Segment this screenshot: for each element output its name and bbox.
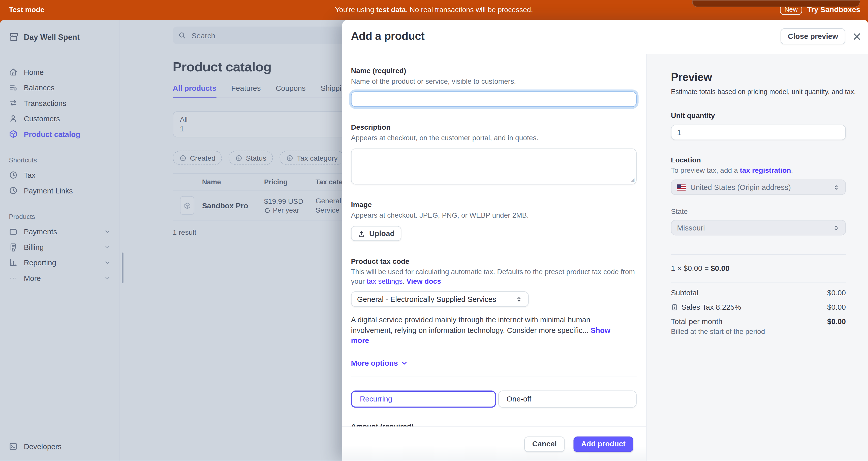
modal-footer: Cancel Add product xyxy=(342,427,646,461)
view-docs-link[interactable]: View docs xyxy=(406,277,441,285)
name-help: Name of the product or service, visible … xyxy=(351,77,637,86)
cancel-button[interactable]: Cancel xyxy=(525,436,564,452)
select-updown-icon xyxy=(833,224,840,231)
tax-registration-link[interactable]: tax registration xyxy=(740,166,791,174)
tax-code-value: General - Electronically Supplied Servic… xyxy=(357,295,496,304)
unit-quantity-label: Unit quantity xyxy=(671,111,846,119)
close-icon[interactable] xyxy=(853,33,861,40)
description-textarea[interactable]: ◢ xyxy=(351,148,637,184)
line-item-calculation: 1 × $0.00 = $0.00 xyxy=(671,264,846,272)
image-help: Appears at checkout. JPEG, PNG, or WEBP … xyxy=(351,210,637,220)
image-label: Image xyxy=(351,201,637,209)
location-label: Location xyxy=(671,155,846,164)
tax-code-description: A digital service provided mainly throug… xyxy=(351,315,611,346)
form-divider xyxy=(351,376,637,377)
preview-panel: Preview Estimate totals based on pricing… xyxy=(646,54,868,461)
description-help: Appears at checkout, on the customer por… xyxy=(351,133,637,142)
name-label: Name (required) xyxy=(351,66,637,75)
tax-settings-link[interactable]: tax settings xyxy=(367,277,403,285)
product-form: Name (required) Name of the product or s… xyxy=(342,54,646,427)
select-updown-icon xyxy=(516,295,523,303)
modal-title: Add a product xyxy=(351,30,425,43)
sales-tax-row: Sales Tax 8.225% $0.00 xyxy=(671,303,846,311)
upload-button[interactable]: Upload xyxy=(351,226,401,241)
upload-icon xyxy=(358,230,366,237)
billed-note: Billed at the start of the period xyxy=(671,327,846,336)
sandbox-popover-edge xyxy=(692,0,861,7)
state-label: State xyxy=(671,207,846,215)
preview-divider xyxy=(671,282,846,283)
state-select[interactable]: Missouri xyxy=(671,220,846,235)
more-options-link[interactable]: More options xyxy=(351,358,637,367)
select-updown-icon xyxy=(833,183,840,191)
tax-code-select[interactable]: General - Electronically Supplied Servic… xyxy=(351,291,529,307)
recurring-toggle[interactable]: Recurring xyxy=(351,390,496,407)
preview-subtitle: Estimate totals based on pricing model, … xyxy=(671,88,846,96)
one-off-toggle[interactable]: One-off xyxy=(498,390,637,407)
preview-divider xyxy=(671,254,846,255)
tax-code-help: This will be used for calculating automa… xyxy=(351,267,637,286)
location-help: To preview tax, add a tax registration. xyxy=(671,166,846,174)
close-preview-button[interactable]: Close preview xyxy=(780,28,845,45)
add-product-button[interactable]: Add product xyxy=(574,436,633,452)
description-label: Description xyxy=(351,123,637,132)
pricing-type-toggle: Recurring One-off xyxy=(351,390,637,407)
preview-title: Preview xyxy=(671,71,846,84)
us-flag-icon xyxy=(677,184,686,190)
modal-header: Add a product Close preview xyxy=(342,20,868,54)
amount-label: Amount (required) xyxy=(351,422,637,427)
tax-code-label: Product tax code xyxy=(351,257,637,265)
total-per-month-row: Total per month $0.00 xyxy=(671,317,846,326)
info-icon[interactable] xyxy=(671,304,678,311)
chevron-down-icon xyxy=(401,359,408,367)
resize-handle-icon[interactable]: ◢ xyxy=(630,178,634,183)
unit-quantity-input[interactable] xyxy=(671,124,846,140)
add-product-modal: Add a product Close preview Name (requir… xyxy=(342,20,868,461)
stripe-dashboard: Test mode You're using test data. No rea… xyxy=(0,0,868,461)
subtotal-row: Subtotal $0.00 xyxy=(671,288,846,297)
country-select[interactable]: United States (Origin address) xyxy=(671,179,846,195)
name-input[interactable] xyxy=(351,91,637,107)
